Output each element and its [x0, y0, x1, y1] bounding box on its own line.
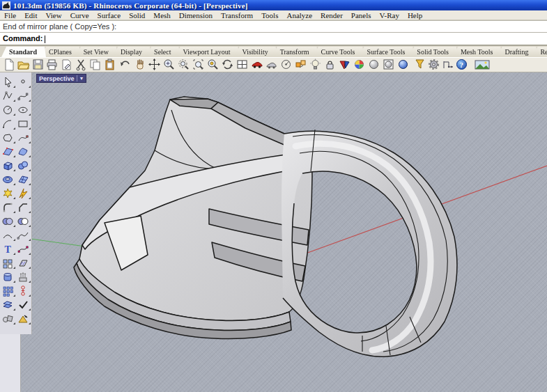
lock-objects-icon[interactable] — [327, 61, 333, 69]
torus-tool[interactable] — [3, 177, 16, 186]
title-bar[interactable]: 101.3dm (519856 KB) - Rhinoceros Corpora… — [0, 0, 547, 10]
selection-filter-icon[interactable] — [416, 60, 424, 68]
render-properties-icon[interactable] — [355, 61, 364, 69]
menu-transform[interactable]: Transform — [217, 11, 257, 19]
environment-editor-icon[interactable] — [475, 61, 489, 69]
chamfer-edge-tool[interactable] — [20, 204, 31, 213]
box-tool[interactable] — [4, 162, 15, 171]
surface-patch-tool[interactable] — [19, 148, 31, 157]
model-3d[interactable] — [74, 97, 457, 356]
options-gear-icon[interactable] — [429, 60, 438, 69]
menu-solid[interactable]: Solid — [125, 11, 149, 19]
copy-objects-icon[interactable] — [296, 61, 305, 68]
detail-view-icon[interactable] — [384, 60, 393, 69]
group-objects-tool[interactable] — [3, 315, 16, 324]
tab-cplanes[interactable]: CPlanes — [41, 47, 81, 57]
command-input[interactable]: Command: — [0, 33, 547, 46]
hatch-tool[interactable] — [20, 260, 31, 269]
polygon-tool[interactable] — [3, 134, 15, 143]
mesh-surface-tool[interactable] — [19, 176, 31, 185]
viewport-dropdown-icon[interactable]: ▼ — [79, 76, 84, 81]
viewport-title[interactable]: Perspective ▼ — [36, 74, 86, 83]
dimension-tools-icon[interactable] — [444, 61, 453, 68]
tab-drafting[interactable]: Drafting — [498, 47, 538, 57]
polyline-tool[interactable] — [3, 92, 15, 102]
rotate-view-icon[interactable] — [222, 61, 233, 69]
copy-icon[interactable] — [91, 60, 100, 70]
render-sphere-icon[interactable] — [370, 61, 378, 69]
extrude-tool[interactable] — [20, 272, 31, 283]
tab-set-view[interactable]: Set View — [76, 47, 118, 57]
zoom-window-icon[interactable] — [194, 60, 203, 69]
control-point-curve-tool[interactable] — [18, 93, 31, 102]
render-preview-icon[interactable] — [267, 63, 276, 69]
zoom-in-icon[interactable] — [164, 60, 174, 69]
menu-tools[interactable]: Tools — [257, 11, 282, 19]
menu-surface[interactable]: Surface — [93, 11, 125, 19]
trim-tool[interactable] — [20, 189, 31, 199]
array-tool[interactable] — [3, 287, 15, 297]
new-file-icon[interactable] — [6, 59, 13, 70]
menu-render[interactable]: Render — [316, 11, 347, 19]
menu-dimension[interactable]: Dimension — [175, 11, 217, 19]
fillet-edge-tool[interactable] — [3, 203, 15, 213]
blend-curve-tool[interactable] — [17, 233, 31, 241]
viewport-layout-icon[interactable] — [238, 61, 247, 68]
menu-help[interactable]: Help — [403, 11, 426, 19]
open-file-icon[interactable] — [18, 62, 29, 69]
tab-standard[interactable]: Standard — [1, 47, 46, 57]
surface-from-points-tool[interactable] — [3, 148, 15, 157]
visibility-pyramid-tool[interactable] — [19, 315, 31, 324]
menu-view[interactable]: View — [41, 11, 66, 19]
tab-mesh-tools[interactable]: Mesh Tools — [453, 47, 502, 57]
rectangle-tool[interactable] — [19, 121, 31, 130]
select-arrow-tool[interactable] — [6, 77, 15, 88]
print-icon[interactable] — [47, 60, 56, 70]
shaded-view-icon[interactable] — [399, 61, 408, 69]
edit-points-tool[interactable] — [18, 246, 31, 255]
array-linear-tool[interactable] — [22, 286, 31, 297]
viewport-canvas[interactable] — [21, 72, 547, 392]
tab-display[interactable]: Display — [113, 47, 151, 57]
layers-tool[interactable] — [3, 301, 15, 311]
tab-curve-tools[interactable]: Curve Tools — [314, 47, 364, 57]
page-properties-icon[interactable] — [63, 60, 70, 70]
tab-visibility[interactable]: Visibility — [235, 47, 277, 57]
move-icon[interactable] — [148, 58, 160, 70]
pan-view-icon[interactable] — [137, 60, 143, 69]
undo-icon[interactable] — [121, 61, 129, 66]
menu-mesh[interactable]: Mesh — [149, 11, 174, 19]
arc-tool[interactable] — [3, 120, 15, 130]
menu-curve[interactable]: Curve — [66, 11, 93, 19]
menu-panels[interactable]: Panels — [347, 11, 376, 19]
tab-transform[interactable]: Transform — [272, 47, 318, 57]
render-icon[interactable] — [252, 63, 262, 68]
ellipse-tool[interactable] — [19, 107, 31, 116]
fillet-curve-tool[interactable] — [3, 235, 15, 242]
menu-analyze[interactable]: Analyze — [282, 11, 316, 19]
menu-edit[interactable]: Edit — [20, 11, 41, 19]
boolean-difference-tool[interactable] — [18, 219, 31, 228]
paste-icon[interactable] — [106, 59, 114, 70]
explode-tool[interactable] — [3, 189, 15, 199]
tab-surface-tools[interactable]: Surface Tools — [359, 47, 414, 57]
command-history[interactable]: End of mirror plane ( Copy=Yes ): — [0, 20, 547, 33]
check-selection-tool[interactable] — [20, 301, 31, 311]
cap-solid-tool[interactable] — [4, 274, 15, 283]
circle-tool[interactable] — [4, 107, 16, 116]
point-tool[interactable] — [22, 80, 31, 88]
save-file-icon[interactable] — [33, 60, 43, 69]
sphere-tool[interactable] — [19, 162, 31, 171]
lights-icon[interactable] — [310, 59, 321, 70]
menu-v-ray[interactable]: V-Ray — [376, 11, 403, 19]
menu-file[interactable]: File — [0, 11, 20, 19]
cut-icon[interactable] — [77, 60, 85, 70]
perspective-viewport[interactable]: Perspective ▼ — [21, 72, 547, 392]
boolean-union-tool[interactable] — [3, 219, 15, 228]
help-icon[interactable]: ? — [457, 60, 467, 70]
tab-solid-tools[interactable]: Solid Tools — [409, 47, 458, 57]
insert-block-tool[interactable] — [3, 260, 15, 269]
free-form-curve-tool[interactable] — [19, 136, 31, 143]
tab-viewport-layout[interactable]: Viewport Layout — [176, 47, 240, 57]
vray-render-icon[interactable] — [340, 61, 349, 69]
